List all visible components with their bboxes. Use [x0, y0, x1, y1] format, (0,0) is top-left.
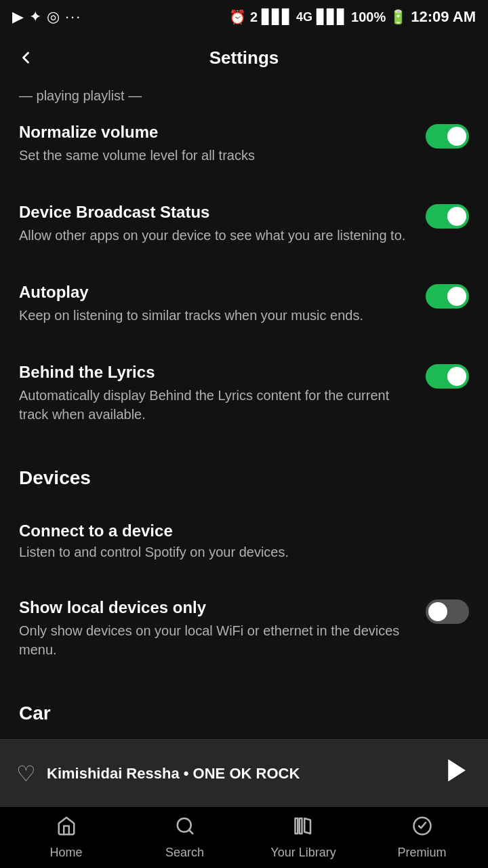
- home-icon: [56, 816, 77, 842]
- connect-device-row[interactable]: Connect to a device Listen to and contro…: [0, 502, 488, 579]
- premium-label: Premium: [397, 846, 446, 860]
- now-playing-track: Kimishidai Ressha • ONE OK ROCK: [47, 765, 300, 783]
- bottom-nav: Home Search Your Library: [0, 807, 488, 868]
- nav-home[interactable]: Home: [7, 816, 125, 860]
- car-section: Car Car view: [0, 678, 488, 739]
- star-icon: ✦: [29, 8, 41, 26]
- premium-icon: [412, 816, 432, 842]
- search-icon: [175, 816, 195, 842]
- search-label: Search: [165, 846, 204, 860]
- now-playing-left: ♡ Kimishidai Ressha • ONE OK ROCK: [16, 761, 300, 787]
- partial-section-text: — playing playlist —: [0, 81, 488, 104]
- toggle-thumb: [447, 127, 466, 146]
- heart-icon[interactable]: ♡: [16, 761, 36, 787]
- local-devices-title: Show local devices only: [19, 598, 412, 617]
- autoplay-toggle[interactable]: [426, 284, 469, 309]
- car-title: Car: [19, 703, 469, 724]
- settings-content: — playing playlist — Normalize volume Se…: [0, 81, 488, 739]
- separator: •: [184, 765, 193, 782]
- autoplay-desc: Keep on listening to similar tracks when…: [19, 306, 412, 325]
- status-time: 12:09 AM: [411, 8, 476, 26]
- normalize-volume-row: Normalize volume Set the same volume lev…: [0, 104, 488, 184]
- alarm-icon: ⏰: [229, 9, 246, 25]
- toggle-thumb: [447, 287, 466, 306]
- more-icon: ···: [65, 8, 81, 26]
- local-devices-text: Show local devices only Only show device…: [19, 598, 426, 659]
- svg-marker-0: [448, 760, 466, 782]
- nav-library[interactable]: Your Library: [244, 816, 363, 860]
- autoplay-text: Autoplay Keep on listening to similar tr…: [19, 283, 426, 325]
- devices-title: Devices: [19, 467, 469, 489]
- track-artist: ONE OK ROCK: [193, 765, 300, 782]
- track-title: Kimishidai Ressha: [47, 765, 180, 782]
- normalize-volume-text: Normalize volume Set the same volume lev…: [19, 123, 426, 165]
- behind-lyrics-text: Behind the Lyrics Automatically display …: [19, 363, 426, 424]
- youtube-icon: ▶: [12, 8, 24, 26]
- now-playing-bar[interactable]: ♡ Kimishidai Ressha • ONE OK ROCK: [0, 739, 488, 807]
- autoplay-title: Autoplay: [19, 283, 412, 302]
- status-bar: ▶ ✦ ◎ ··· ⏰ 2 ▋▋▋ 4G ▋▋▋ 100% 🔋 12:09 AM: [0, 0, 488, 34]
- library-label: Your Library: [270, 846, 336, 860]
- library-icon: [293, 816, 314, 842]
- battery-percent: 100%: [351, 9, 386, 25]
- play-button[interactable]: [442, 755, 472, 791]
- svg-line-2: [188, 829, 192, 833]
- network-type: 4G: [296, 10, 312, 24]
- device-broadcast-desc: Allow other apps on your device to see w…: [19, 226, 412, 245]
- header: Settings: [0, 34, 488, 81]
- behind-lyrics-desc: Automatically display Behind the Lyrics …: [19, 386, 412, 424]
- toggle-thumb: [428, 602, 447, 621]
- circle-icon: ◎: [47, 8, 60, 26]
- signal-icon: ▋▋▋: [262, 9, 292, 25]
- device-broadcast-title: Device Broadcast Status: [19, 203, 412, 222]
- connect-device-title: Connect to a device: [19, 521, 469, 540]
- toggle-thumb: [447, 207, 466, 226]
- status-bar-left: ▶ ✦ ◎ ···: [12, 8, 81, 26]
- back-button[interactable]: [16, 48, 35, 67]
- behind-lyrics-toggle[interactable]: [426, 364, 469, 389]
- toggle-thumb: [447, 367, 466, 386]
- now-playing-info: Kimishidai Ressha • ONE OK ROCK: [47, 765, 300, 783]
- status-bar-right: ⏰ 2 ▋▋▋ 4G ▋▋▋ 100% 🔋 12:09 AM: [229, 8, 476, 26]
- normalize-volume-title: Normalize volume: [19, 123, 412, 142]
- nav-search[interactable]: Search: [125, 816, 244, 860]
- device-broadcast-toggle[interactable]: [426, 204, 469, 229]
- connect-device-desc: Listen to and control Spotify on your de…: [19, 545, 469, 560]
- behind-lyrics-title: Behind the Lyrics: [19, 363, 412, 382]
- notification-badge: 2: [250, 9, 258, 25]
- home-label: Home: [49, 846, 82, 860]
- device-broadcast-row: Device Broadcast Status Allow other apps…: [0, 184, 488, 264]
- local-devices-toggle[interactable]: [426, 599, 469, 624]
- behind-lyrics-row: Behind the Lyrics Automatically display …: [0, 344, 488, 443]
- local-devices-desc: Only show devices on your local WiFi or …: [19, 621, 412, 659]
- normalize-volume-desc: Set the same volume level for all tracks: [19, 146, 412, 165]
- device-broadcast-text: Device Broadcast Status Allow other apps…: [19, 203, 426, 245]
- nav-premium[interactable]: Premium: [363, 816, 481, 860]
- local-devices-row: Show local devices only Only show device…: [0, 579, 488, 678]
- devices-section-header: Devices: [0, 443, 488, 502]
- page-title: Settings: [209, 47, 279, 68]
- normalize-volume-toggle[interactable]: [426, 124, 469, 149]
- autoplay-row: Autoplay Keep on listening to similar tr…: [0, 264, 488, 344]
- signal-icon2: ▋▋▋: [317, 9, 347, 25]
- battery-icon: 🔋: [390, 9, 407, 25]
